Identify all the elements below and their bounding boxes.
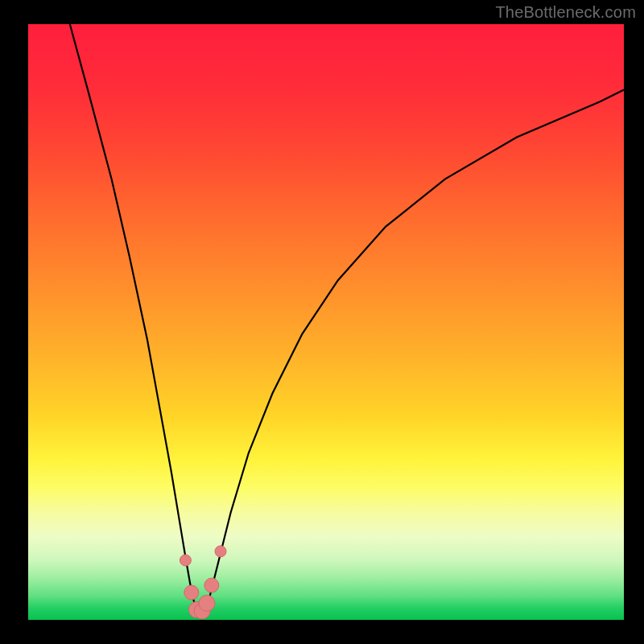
marker-point <box>204 578 219 592</box>
marker-point <box>199 595 215 611</box>
marker-point <box>184 585 199 600</box>
plot-area <box>28 24 624 620</box>
highlight-markers <box>180 546 226 619</box>
marker-point <box>180 555 191 566</box>
chart-svg <box>28 24 624 620</box>
watermark-text: TheBottleneck.com <box>495 3 636 22</box>
chart-frame: TheBottleneck.com <box>0 0 644 644</box>
bottleneck-curve <box>70 24 624 613</box>
marker-point <box>215 546 226 557</box>
